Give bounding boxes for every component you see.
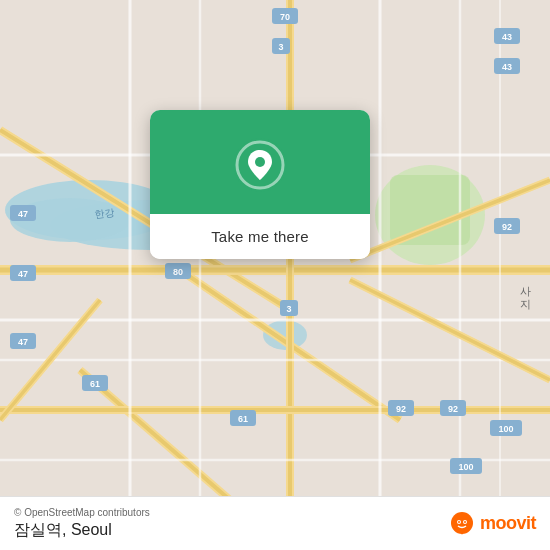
svg-text:47: 47 <box>18 269 28 279</box>
svg-text:47: 47 <box>18 209 28 219</box>
map-container: 47 47 47 70 3 43 43 92 92 92 80 61 61 <box>0 0 550 550</box>
svg-point-70 <box>255 157 265 167</box>
svg-text:92: 92 <box>448 404 458 414</box>
svg-text:80: 80 <box>173 267 183 277</box>
location-card: Take me there <box>150 110 370 259</box>
svg-text:61: 61 <box>90 379 100 389</box>
svg-text:70: 70 <box>280 12 290 22</box>
svg-text:61: 61 <box>238 414 248 424</box>
moovit-icon <box>449 511 475 537</box>
svg-text:100: 100 <box>498 424 513 434</box>
svg-rect-6 <box>390 175 470 245</box>
attribution-text: © OpenStreetMap contributors <box>14 507 150 518</box>
svg-text:92: 92 <box>502 222 512 232</box>
svg-text:지: 지 <box>520 298 531 310</box>
moovit-logo[interactable]: moovit <box>449 511 536 537</box>
svg-point-76 <box>464 521 466 523</box>
map-background: 47 47 47 70 3 43 43 92 92 92 80 61 61 <box>0 0 550 550</box>
svg-text:3: 3 <box>286 304 291 314</box>
location-pin-icon <box>233 138 287 192</box>
take-me-there-button[interactable]: Take me there <box>150 214 370 259</box>
svg-point-75 <box>458 521 460 523</box>
location-label: 잠실역, Seoul <box>14 520 150 541</box>
svg-text:43: 43 <box>502 62 512 72</box>
svg-text:3: 3 <box>278 42 283 52</box>
card-header <box>150 110 370 214</box>
moovit-text: moovit <box>480 513 536 534</box>
svg-text:100: 100 <box>458 462 473 472</box>
bottom-bar: © OpenStreetMap contributors 잠실역, Seoul … <box>0 496 550 550</box>
svg-text:사: 사 <box>520 285 531 297</box>
svg-text:47: 47 <box>18 337 28 347</box>
svg-text:43: 43 <box>502 32 512 42</box>
svg-text:92: 92 <box>396 404 406 414</box>
bottom-info: © OpenStreetMap contributors 잠실역, Seoul <box>14 507 150 541</box>
